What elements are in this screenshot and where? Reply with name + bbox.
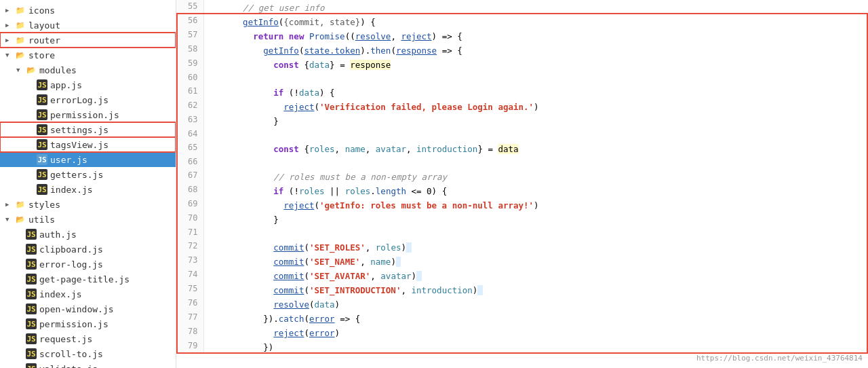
sidebar-item-settingsjs[interactable]: ▶ JS settings.js	[0, 122, 176, 137]
breakpoint-area[interactable]	[203, 297, 217, 311]
sidebar-item-permissionjs[interactable]: ▶ JS permission.js	[0, 107, 176, 122]
sidebar-item-errorlogjs[interactable]: ▶ JS errorLog.js	[0, 92, 176, 107]
code-text: reject('Verification failed, please Logi…	[217, 99, 868, 113]
sidebar-item-openwindowjs[interactable]: ▶ JS open-window.js	[0, 301, 176, 316]
sidebar-item-label: validate.js	[39, 364, 98, 369]
breakpoint-area[interactable]	[203, 282, 217, 297]
breakpoint-area[interactable]	[203, 268, 217, 282]
line-number: 61	[176, 85, 203, 99]
code-text	[217, 226, 868, 240]
line-number: 75	[176, 282, 203, 297]
breakpoint-area[interactable]	[203, 212, 217, 226]
folder-icon: 📁	[15, 35, 26, 45]
js-file-icon: JS	[37, 79, 47, 90]
line-number: 57	[176, 29, 203, 43]
code-text: return new Promise((resolve, reject) => …	[217, 29, 868, 43]
breakpoint-area[interactable]	[203, 325, 217, 339]
breakpoint-area[interactable]	[203, 57, 217, 71]
breakpoint-area[interactable]	[203, 0, 217, 14]
code-line-65: 65 const {roles, name, avatar, introduct…	[176, 141, 868, 155]
sidebar-item-router[interactable]: ▶ 📁 router	[0, 33, 176, 48]
code-text: const {data} = response	[217, 57, 868, 71]
code-line-66: 66	[176, 155, 868, 169]
breakpoint-area[interactable]	[203, 29, 217, 43]
sidebar-item-appjs[interactable]: ▶ JS app.js	[0, 77, 176, 92]
line-number: 66	[176, 155, 203, 169]
breakpoint-area[interactable]	[203, 128, 217, 141]
breakpoint-area[interactable]	[203, 198, 217, 212]
code-line-62: 62 reject('Verification failed, please L…	[176, 99, 868, 113]
sidebar-item-authjs[interactable]: ▶ JS auth.js	[0, 227, 176, 242]
arrow-icon: ▶	[5, 37, 15, 43]
breakpoint-area[interactable]	[203, 155, 217, 169]
sidebar-item-requestjs[interactable]: ▶ JS request.js	[0, 331, 176, 346]
sidebar-item-label: icons	[28, 5, 55, 16]
breakpoint-area[interactable]	[203, 99, 217, 113]
breakpoint-area[interactable]	[203, 226, 217, 240]
breakpoint-area[interactable]	[203, 43, 217, 57]
code-content[interactable]: 55 // get user info 56 getInfo({commit, …	[176, 0, 868, 368]
arrow-icon: ▼	[5, 52, 15, 58]
breakpoint-area[interactable]	[203, 339, 217, 354]
js-file-icon: JS	[26, 333, 37, 344]
sidebar-item-layout[interactable]: ▶ 📁 layout	[0, 18, 176, 33]
code-line-79: 79 })	[176, 339, 868, 354]
sidebar-item-errorlogjs2[interactable]: ▶ JS error-log.js	[0, 257, 176, 272]
sidebar-item-clipboardjs[interactable]: ▶ JS clipboard.js	[0, 242, 176, 257]
sidebar-item-scrolltojs[interactable]: ▶ JS scroll-to.js	[0, 346, 176, 361]
sidebar-item-indexjs[interactable]: ▶ JS index.js	[0, 182, 176, 197]
code-table: 55 // get user info 56 getInfo({commit, …	[176, 0, 868, 354]
sidebar-item-store[interactable]: ▼ 📂 store	[0, 48, 176, 62]
code-text: getInfo({commit, state}) {	[217, 14, 868, 29]
breakpoint-area[interactable]	[203, 311, 217, 325]
sidebar-item-styles[interactable]: ▶ 📁 styles	[0, 197, 176, 212]
sidebar-item-gettersjs[interactable]: ▶ JS getters.js	[0, 167, 176, 182]
sidebar-item-modules[interactable]: ▼ 📂 modules	[0, 62, 176, 77]
arrow-icon: ▶	[5, 201, 15, 208]
sidebar-item-label: permission.js	[39, 319, 108, 329]
sidebar-item-permissionjs2[interactable]: ▶ JS permission.js	[0, 316, 176, 331]
sidebar-item-utils[interactable]: ▼ 📂 utils	[0, 212, 176, 227]
sidebar-item-icons[interactable]: ▶ 📁 icons	[0, 3, 176, 18]
line-number: 62	[176, 99, 203, 113]
line-number: 67	[176, 169, 203, 183]
code-line-73: 73 commit('SET_NAME', name)	[176, 254, 868, 268]
sidebar-item-label: app.js	[50, 80, 82, 90]
sidebar-item-getpagetitlejs[interactable]: ▶ JS get-page-title.js	[0, 272, 176, 287]
js-file-icon: JS	[26, 244, 37, 255]
sidebar-item-label: layout	[28, 20, 60, 31]
breakpoint-area[interactable]	[203, 85, 217, 99]
line-number: 73	[176, 254, 203, 268]
code-line-55: 55 // get user info	[176, 0, 868, 14]
breakpoint-area[interactable]	[203, 14, 217, 29]
code-line-69: 69 reject('getInfo: roles must be a non-…	[176, 198, 868, 212]
js-file-icon: JS	[26, 289, 37, 299]
code-text: resolve(data)	[217, 297, 868, 311]
line-number: 78	[176, 325, 203, 339]
sidebar-item-label: open-window.js	[39, 304, 114, 314]
code-line-58: 58 getInfo(state.token).then(response =>…	[176, 43, 868, 57]
js-file-icon: JS	[26, 259, 37, 270]
breakpoint-area[interactable]	[203, 254, 217, 268]
line-number: 74	[176, 268, 203, 282]
sidebar-item-label: settings.js	[50, 125, 108, 135]
sidebar-item-indexjs2[interactable]: ▶ JS index.js	[0, 287, 176, 301]
code-text: // roles must be a non-empty array	[217, 169, 868, 183]
breakpoint-area[interactable]	[203, 113, 217, 128]
sidebar-item-tagsviewjs[interactable]: ▶ JS tagsView.js	[0, 137, 176, 152]
code-text	[217, 155, 868, 169]
breakpoint-area[interactable]	[203, 169, 217, 183]
breakpoint-area[interactable]	[203, 71, 217, 85]
sidebar-item-label: request.js	[39, 334, 92, 344]
js-file-icon: JS	[37, 169, 47, 180]
file-tree[interactable]: ▶ 📁 icons ▶ 📁 layout ▶ 📁 router ▼ 📂 stor…	[0, 0, 176, 368]
breakpoint-area[interactable]	[203, 141, 217, 155]
js-file-icon: JS	[37, 124, 47, 135]
sidebar-item-validatejs[interactable]: ▶ JS validate.js	[0, 361, 176, 368]
line-number: 64	[176, 128, 203, 141]
sidebar-item-label: index.js	[39, 289, 82, 299]
breakpoint-area[interactable]	[203, 183, 217, 198]
sidebar-item-userjs[interactable]: ▶ JS user.js	[0, 152, 176, 167]
code-text: if (!data) {	[217, 85, 868, 99]
breakpoint-area[interactable]	[203, 240, 217, 254]
